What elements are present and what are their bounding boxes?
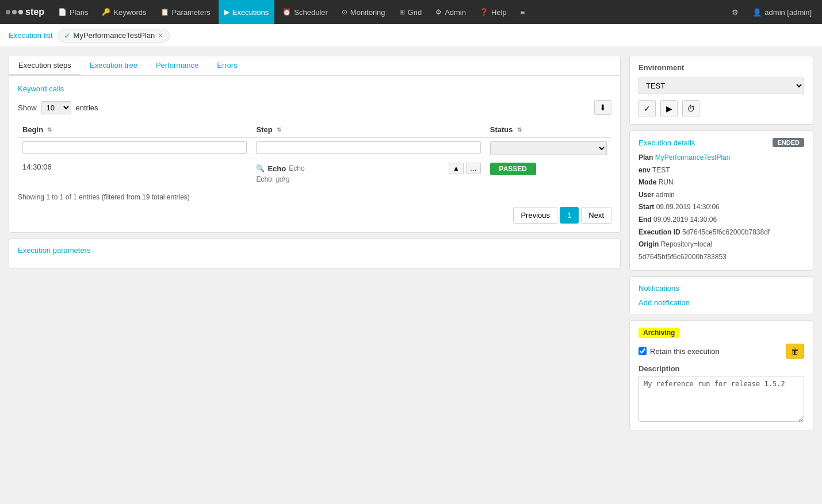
filter-begin[interactable] bbox=[22, 141, 247, 154]
nav-more[interactable]: ≡ bbox=[515, 0, 531, 24]
execution-list-link[interactable]: Execution list bbox=[9, 31, 53, 40]
page-1-button[interactable]: 1 bbox=[560, 207, 579, 224]
keyword-calls-box: Keyword calls Show 10 25 50 100 entries … bbox=[9, 75, 621, 233]
logo-dot-3 bbox=[18, 10, 23, 14]
sort-icon-status: ⇅ bbox=[517, 126, 522, 133]
keyword-search-icon: 🔍 bbox=[256, 164, 265, 172]
nav-keywords[interactable]: 🔑 Keywords bbox=[96, 0, 152, 24]
environment-card: Environment TEST DEV PROD ✓ ▶ ⏱ bbox=[629, 56, 813, 125]
play-action-btn[interactable]: ▶ bbox=[660, 100, 678, 117]
schedule-action-btn[interactable]: ⏱ bbox=[682, 100, 699, 117]
col-step[interactable]: Step ⇅ bbox=[251, 122, 485, 138]
previous-button[interactable]: Previous bbox=[513, 207, 557, 224]
entries-select[interactable]: 10 25 50 100 bbox=[41, 101, 71, 114]
tab-performance[interactable]: Performance bbox=[147, 56, 208, 75]
archiving-badge: Archiving bbox=[639, 328, 679, 338]
action-expand-btn[interactable]: ▲ bbox=[449, 163, 464, 174]
environment-actions: ✓ ▶ ⏱ bbox=[639, 100, 804, 117]
plan-link[interactable]: MyPerformanceTestPlan bbox=[655, 153, 731, 161]
filter-step[interactable] bbox=[256, 141, 480, 154]
col-begin[interactable]: Begin ⇅ bbox=[18, 122, 251, 138]
execution-parameters-title[interactable]: Execution parameters bbox=[18, 246, 611, 255]
detail-end: End 09.09.2019 14:30:06 bbox=[639, 214, 804, 226]
entries-label: entries bbox=[76, 103, 98, 112]
nav-admin[interactable]: ⚙ Admin bbox=[430, 0, 472, 24]
col-status[interactable]: Status ⇅ bbox=[485, 122, 611, 138]
show-label: Show bbox=[18, 103, 37, 112]
pagination: Previous 1 Next bbox=[18, 207, 611, 224]
scheduler-icon: ⏰ bbox=[282, 8, 291, 16]
detail-mode: Mode RUN bbox=[639, 176, 804, 189]
archiving-card: Archiving Retain this execution 🗑 Descri… bbox=[629, 320, 813, 431]
execution-parameters-section: Execution parameters bbox=[9, 238, 621, 269]
close-icon[interactable]: ✕ bbox=[158, 32, 163, 40]
detail-user: User admin bbox=[639, 189, 804, 202]
retain-label[interactable]: Retain this execution bbox=[639, 347, 720, 356]
showing-text: Showing 1 to 1 of 1 entries (filtered fr… bbox=[18, 193, 611, 201]
tab-errors[interactable]: Errors bbox=[208, 56, 246, 75]
keyword-calls-table: Begin ⇅ Step ⇅ Status bbox=[18, 122, 611, 187]
grid-icon: ⊞ bbox=[399, 8, 405, 16]
next-button[interactable]: Next bbox=[581, 207, 611, 224]
detail-start: Start 09.09.2019 14:30:06 bbox=[639, 201, 804, 214]
retain-checkbox[interactable] bbox=[639, 347, 647, 355]
plans-icon: 📄 bbox=[58, 8, 67, 16]
check-action-btn[interactable]: ✓ bbox=[639, 100, 656, 117]
ended-badge: ENDED bbox=[773, 138, 804, 147]
user-icon: 👤 bbox=[752, 8, 762, 17]
monitoring-icon: ⊙ bbox=[342, 8, 347, 16]
sort-icon-begin: ⇅ bbox=[47, 126, 52, 133]
execution-details-header: Execution details ENDED bbox=[639, 138, 804, 147]
nav-monitoring[interactable]: ⊙ Monitoring bbox=[336, 0, 391, 24]
admin-icon: ⚙ bbox=[435, 8, 442, 16]
nav-user[interactable]: 👤 admin [admin] bbox=[748, 0, 816, 24]
nav-help[interactable]: ❓ Help bbox=[474, 0, 513, 24]
cell-status: PASSED bbox=[485, 159, 611, 187]
main-container: Execution steps Execution tree Performan… bbox=[0, 47, 822, 440]
active-execution-tab[interactable]: ✓ MyPerformanceTestPlan ✕ bbox=[58, 29, 170, 43]
description-label: Description bbox=[639, 364, 804, 373]
detail-artefactid: 5d7645bf5f6c62000b783853 bbox=[639, 251, 804, 264]
logo-text: step bbox=[25, 7, 44, 17]
parameters-icon: 📋 bbox=[160, 8, 169, 16]
detail-env: env TEST bbox=[639, 164, 804, 177]
nav-grid[interactable]: ⊞ Grid bbox=[393, 0, 428, 24]
nav-plans[interactable]: 📄 Plans bbox=[52, 0, 94, 24]
environment-select[interactable]: TEST DEV PROD bbox=[639, 78, 804, 94]
execution-details-title[interactable]: Execution details bbox=[639, 138, 695, 147]
environment-title: Environment bbox=[639, 63, 804, 72]
execution-details-card: Execution details ENDED Plan MyPerforman… bbox=[629, 130, 813, 271]
nav-executions[interactable]: ▶ Executions bbox=[219, 0, 275, 24]
nav-parameters[interactable]: 📋 Parameters bbox=[155, 0, 216, 24]
tab-label: MyPerformanceTestPlan bbox=[74, 31, 155, 40]
cell-step: 🔍 Echo Echo ▲ … Echo: bbox=[251, 159, 485, 187]
inner-tabs: Execution steps Execution tree Performan… bbox=[9, 56, 621, 75]
nav-scheduler[interactable]: ⏰ Scheduler bbox=[277, 0, 334, 24]
table-row: 14:30:06 🔍 Echo Echo ▲ … bbox=[18, 159, 611, 187]
notifications-title[interactable]: Notifications bbox=[639, 284, 804, 293]
check-icon: ✓ bbox=[64, 31, 71, 40]
execution-parameters-box: Execution parameters bbox=[9, 238, 621, 269]
detail-plan: Plan MyPerformanceTestPlan bbox=[639, 152, 804, 164]
filter-status[interactable]: PASSED FAILED bbox=[490, 141, 607, 155]
show-entries-row: Show 10 25 50 100 entries ⬇ bbox=[18, 100, 611, 115]
tab-execution-tree[interactable]: Execution tree bbox=[81, 56, 147, 75]
keywords-icon: 🔑 bbox=[102, 8, 110, 16]
action-more-btn[interactable]: … bbox=[466, 163, 481, 174]
detail-origin: Origin Repository=local bbox=[639, 238, 804, 251]
status-badge: PASSED bbox=[490, 163, 536, 175]
add-notification-link[interactable]: Add notification bbox=[639, 298, 690, 307]
nav-settings[interactable]: ⚙ bbox=[727, 0, 743, 24]
keyword-calls-title[interactable]: Keyword calls bbox=[18, 84, 611, 93]
help-icon: ❓ bbox=[480, 8, 488, 16]
tab-execution-steps[interactable]: Execution steps bbox=[9, 56, 81, 75]
settings-icon: ⚙ bbox=[732, 8, 739, 17]
description-textarea[interactable] bbox=[639, 376, 804, 422]
retain-row: Retain this execution 🗑 bbox=[639, 344, 804, 359]
delete-button[interactable]: 🗑 bbox=[786, 344, 804, 359]
app-logo[interactable]: step bbox=[6, 7, 44, 17]
notifications-card: Notifications Add notification bbox=[629, 276, 813, 314]
top-navigation: step 📄 Plans 🔑 Keywords 📋 Parameters ▶ E… bbox=[0, 0, 822, 24]
export-button[interactable]: ⬇ bbox=[594, 100, 611, 115]
cell-begin: 14:30:06 bbox=[18, 159, 251, 187]
